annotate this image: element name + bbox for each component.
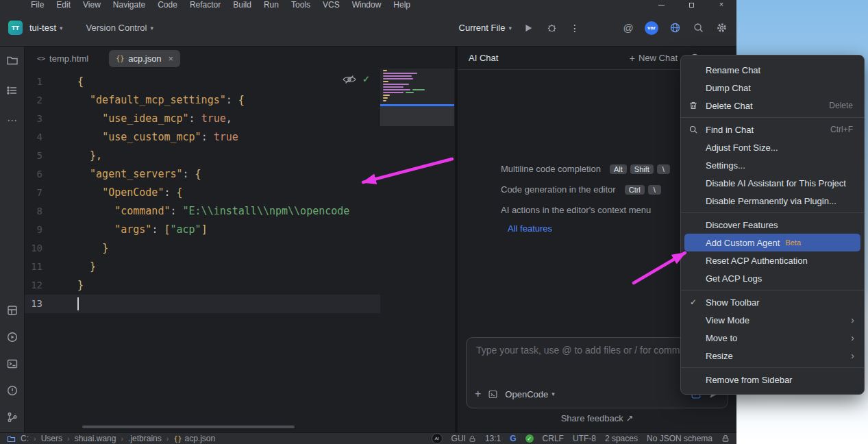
attach-plus-icon[interactable]: + <box>475 388 481 400</box>
run-tool-icon[interactable] <box>5 330 19 344</box>
code-line-7[interactable]: 7 "OpenCode": { <box>25 184 455 202</box>
code-line-4[interactable]: 4 "use_custom_mcp": true <box>25 128 455 147</box>
translate-icon[interactable] <box>668 21 682 35</box>
close-icon[interactable]: × <box>706 0 736 10</box>
more-tools-icon[interactable]: ⋯ <box>5 114 19 127</box>
line-number[interactable]: 12 <box>25 276 42 295</box>
line-number[interactable]: 1 <box>25 73 42 91</box>
menu-item-add-custom-agent[interactable]: Add Custom AgentBeta <box>684 234 860 251</box>
terminal-icon[interactable] <box>5 357 19 371</box>
menu-code[interactable]: Code <box>151 0 184 10</box>
share-feedback-link[interactable]: Share feedback ↗ <box>458 413 736 423</box>
code-line-8[interactable]: 8 "command": "E:\\install\\npm\\opencode <box>25 202 455 221</box>
ai-assistant-status-icon[interactable]: AI <box>432 433 443 444</box>
menu-build[interactable]: Build <box>227 0 258 10</box>
indent-widget[interactable]: 2 spaces <box>605 434 638 443</box>
editor-tab-acp-json[interactable]: {}acp.json× <box>109 50 180 67</box>
line-number[interactable]: 13 <box>25 295 42 313</box>
mention-icon[interactable]: @ <box>621 21 635 35</box>
editor-tab-temp-html[interactable]: <>temp.html <box>32 50 94 67</box>
menu-edit[interactable]: Edit <box>50 0 77 10</box>
code-line-13[interactable]: 13 <box>25 295 455 313</box>
code-line-2[interactable]: 2 "default_mcp_settings": { <box>25 91 455 110</box>
menu-view[interactable]: View <box>77 0 107 10</box>
tab-close-icon[interactable]: × <box>169 53 174 64</box>
line-number[interactable]: 10 <box>25 239 42 258</box>
line-number[interactable]: 6 <box>25 165 42 184</box>
settings-gear-icon[interactable] <box>715 21 728 35</box>
menu-item-resize[interactable]: Resize› <box>681 347 864 365</box>
horizontal-scrollbar[interactable] <box>82 426 295 428</box>
line-number[interactable]: 3 <box>25 110 42 128</box>
version-control-icon[interactable] <box>5 410 19 424</box>
code-editor[interactable]: 1{2 "default_mcp_settings": {3 "use_idea… <box>25 70 455 432</box>
maximize-icon[interactable] <box>676 0 706 10</box>
caret-position-widget[interactable]: 13:1 <box>485 434 501 443</box>
project-selector[interactable]: tui-test▾ <box>29 23 63 33</box>
line-separator-widget[interactable]: CRLF <box>543 434 564 443</box>
menu-item-view-mode[interactable]: View Mode› <box>681 311 864 329</box>
code-line-9[interactable]: 9 "args": ["acp"] <box>25 221 455 239</box>
code-line-1[interactable]: 1{ <box>25 73 455 91</box>
code-line-12[interactable]: 12} <box>25 276 455 295</box>
line-number[interactable]: 4 <box>25 128 42 147</box>
structure-icon[interactable] <box>5 84 19 97</box>
problems-icon[interactable] <box>5 384 19 397</box>
new-chat-button[interactable]: + New Chat <box>630 53 678 64</box>
code-line-3[interactable]: 3 "use_idea_mcp": true, <box>25 110 455 128</box>
line-number[interactable]: 7 <box>25 184 42 202</box>
readonly-lock-icon[interactable] <box>721 434 730 443</box>
breadcrumb-c[interactable]: C: <box>21 434 29 443</box>
project-icon[interactable]: TT <box>8 21 23 35</box>
menu-item-delete-chat[interactable]: Delete ChatDelete <box>681 97 864 114</box>
menu-window[interactable]: Window <box>346 0 388 10</box>
menu-tools[interactable]: Tools <box>285 0 317 10</box>
menu-item-remove-from-sidebar[interactable]: Remove from Sidebar <box>681 371 864 388</box>
menu-refactor[interactable]: Refactor <box>184 0 227 10</box>
run-configuration-selector[interactable]: Current File▾ <box>459 23 512 33</box>
menu-item-rename-chat[interactable]: Rename Chat <box>681 61 864 79</box>
menu-help[interactable]: Help <box>387 0 417 10</box>
menu-item-discover-features[interactable]: Discover Features <box>681 216 864 234</box>
line-number[interactable]: 9 <box>25 221 42 239</box>
var-badge-icon[interactable]: var <box>645 21 658 35</box>
menu-file[interactable]: File <box>25 0 50 10</box>
menu-item-reset-acp-authentication[interactable]: Reset ACP Authentication <box>681 251 864 269</box>
menu-run[interactable]: Run <box>258 0 285 10</box>
all-features-link[interactable]: All features <box>508 223 552 234</box>
menu-item-settings[interactable]: Settings... <box>681 156 864 174</box>
line-number[interactable]: 11 <box>25 258 42 276</box>
line-number[interactable]: 5 <box>25 147 42 165</box>
minimize-icon[interactable] <box>646 0 676 10</box>
code-line-6[interactable]: 6 "agent_servers": { <box>25 165 455 184</box>
more-actions-icon[interactable]: ⋮ <box>568 21 582 35</box>
menu-item-disable-ai-assistant-for-this-project[interactable]: Disable AI Assistant for This Project <box>681 174 864 192</box>
line-number[interactable]: 8 <box>25 202 42 221</box>
agent-selector[interactable]: OpenCode▾ <box>505 389 554 399</box>
json-schema-widget[interactable]: No JSON schema <box>647 434 712 443</box>
gui-widget[interactable]: GUI <box>451 434 476 443</box>
services-icon[interactable] <box>5 304 19 317</box>
encoding-widget[interactable]: UTF-8 <box>573 434 596 443</box>
debug-bug-icon[interactable] <box>545 21 558 35</box>
grammar-check-icon[interactable]: ✓ <box>525 434 534 443</box>
breadcrumb-jetbrains[interactable]: .jetbrains <box>128 434 162 443</box>
project-tool-icon[interactable] <box>5 53 19 67</box>
g-plugin-icon[interactable]: G <box>510 434 516 443</box>
code-line-11[interactable]: 11 } <box>25 258 455 276</box>
code-line-10[interactable]: 10 } <box>25 239 455 258</box>
line-number[interactable]: 2 <box>25 91 42 110</box>
menu-item-disable-permanently-via-plugin[interactable]: Disable Permanently via Plugin... <box>681 192 864 210</box>
menu-navigate[interactable]: Navigate <box>107 0 151 10</box>
menu-vcs[interactable]: VCS <box>317 0 346 10</box>
breadcrumb-shuai-wang[interactable]: shuai.wang <box>75 434 116 443</box>
code-line-5[interactable]: 5 }, <box>25 147 455 165</box>
menu-item-get-acp-logs[interactable]: Get ACP Logs <box>681 269 864 287</box>
menu-item-move-to[interactable]: Move to› <box>681 329 864 347</box>
menu-item-show-toolbar[interactable]: ✓Show Toolbar <box>681 293 864 311</box>
breadcrumb-acp-json[interactable]: {}acp.json <box>173 434 215 443</box>
search-everywhere-icon[interactable] <box>691 21 705 35</box>
run-icon[interactable] <box>521 21 535 35</box>
breadcrumb-users[interactable]: Users <box>41 434 62 443</box>
menu-item-find-in-chat[interactable]: Find in ChatCtrl+F <box>681 121 864 138</box>
